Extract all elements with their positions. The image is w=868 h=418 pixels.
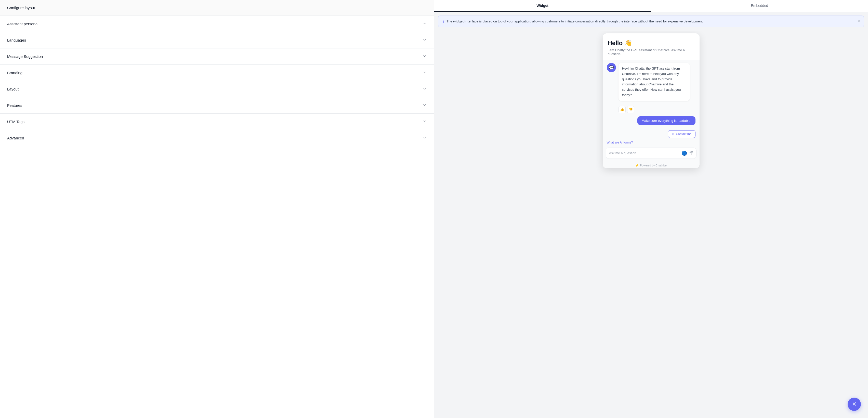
chevron-down-icon bbox=[423, 54, 427, 59]
chevron-down-icon bbox=[423, 22, 427, 26]
chat-greeting: Hello 👋 bbox=[608, 39, 694, 47]
chathive-logo-icon: 🔵 bbox=[681, 150, 687, 156]
tab-widget[interactable]: Widget bbox=[434, 0, 651, 12]
accordion-label-branding: Branding bbox=[7, 70, 23, 75]
chevron-down-icon bbox=[423, 119, 427, 124]
accordion-item-configure-layout[interactable]: Configure layout bbox=[0, 0, 434, 16]
powered-by-text: Powered by Chathive bbox=[640, 164, 667, 167]
bot-avatar-icon: 💬 bbox=[609, 65, 614, 70]
tab-bar: Widget Embedded bbox=[434, 0, 868, 12]
info-banner: ℹ The widget interface is placed on top … bbox=[438, 16, 864, 27]
accordion-label-utm-tags: UTM Tags bbox=[7, 120, 25, 124]
chevron-down-icon bbox=[423, 38, 427, 42]
send-button[interactable] bbox=[689, 151, 693, 156]
accordion-label-layout: Layout bbox=[7, 87, 19, 91]
accordion-label-languages: Languages bbox=[7, 38, 26, 42]
close-banner-button[interactable]: ✕ bbox=[857, 18, 861, 23]
info-text-after: is placed on top of your application, al… bbox=[478, 19, 704, 23]
chat-input-area: 🔵 bbox=[603, 146, 700, 162]
powered-by: ⚡ Powered by Chathive bbox=[603, 162, 700, 168]
send-icon bbox=[689, 151, 693, 156]
accordion-label-message-suggestion: Message Suggestion bbox=[7, 54, 43, 59]
user-bubble: Make sure everything is readable. bbox=[638, 116, 695, 125]
right-panel: Widget Embedded ℹ The widget interface i… bbox=[434, 0, 868, 418]
bot-bubble: Hey! I'm Chatty, the GPT assistant from … bbox=[619, 63, 690, 101]
bot-message-row: 💬 Hey! I'm Chatty, the GPT assistant fro… bbox=[607, 63, 695, 101]
chat-subtitle: I am Chatty the GPT assistant of Chathiv… bbox=[608, 48, 694, 56]
info-text: The widget interface is placed on top of… bbox=[446, 19, 704, 24]
accordion-item-utm-tags[interactable]: UTM Tags bbox=[0, 114, 434, 130]
thumbs-up-button[interactable]: 👍 bbox=[619, 106, 626, 113]
info-icon: ℹ bbox=[442, 19, 444, 24]
accordion-item-layout[interactable]: Layout bbox=[0, 81, 434, 97]
info-text-bold: widget interface bbox=[453, 19, 478, 23]
ai-forms-link[interactable]: What are AI forms? bbox=[607, 141, 633, 144]
fab-close-icon: ✕ bbox=[852, 401, 857, 408]
left-panel: Configure layoutAssistant personaLanguag… bbox=[0, 0, 434, 418]
chat-header: Hello 👋 I am Chatty the GPT assistant of… bbox=[603, 33, 700, 60]
preview-area: Hello 👋 I am Chatty the GPT assistant of… bbox=[434, 31, 868, 418]
powered-by-icon: ⚡ bbox=[635, 164, 639, 167]
feedback-icons: 👍 👎 bbox=[619, 106, 695, 113]
tab-embedded[interactable]: Embedded bbox=[651, 0, 868, 12]
bot-avatar: 💬 bbox=[607, 63, 616, 72]
contact-btn-row: ✉ Contact me bbox=[603, 128, 700, 138]
chevron-down-icon bbox=[423, 103, 427, 108]
accordion-item-advanced[interactable]: Advanced bbox=[0, 130, 434, 146]
accordion-item-assistant-persona[interactable]: Assistant persona bbox=[0, 16, 434, 32]
accordion-item-languages[interactable]: Languages bbox=[0, 32, 434, 49]
chat-input-box: 🔵 bbox=[606, 148, 696, 159]
thumbs-down-button[interactable]: 👎 bbox=[627, 106, 634, 113]
accordion-label-advanced: Advanced bbox=[7, 136, 24, 140]
accordion-item-features[interactable]: Features bbox=[0, 97, 434, 114]
info-text-before: The bbox=[446, 19, 453, 23]
ai-forms-hint: What are AI forms? bbox=[603, 138, 700, 146]
chevron-down-icon bbox=[423, 70, 427, 75]
contact-email-icon: ✉ bbox=[672, 132, 674, 136]
accordion-label-assistant-persona: Assistant persona bbox=[7, 22, 37, 26]
accordion-label-configure-layout: Configure layout bbox=[7, 6, 35, 10]
chevron-down-icon bbox=[423, 87, 427, 91]
chat-messages: 💬 Hey! I'm Chatty, the GPT assistant fro… bbox=[603, 60, 700, 128]
chat-widget: Hello 👋 I am Chatty the GPT assistant of… bbox=[603, 33, 700, 168]
fab-close-button[interactable]: ✕ bbox=[847, 398, 861, 411]
user-message-row: Make sure everything is readable. bbox=[607, 116, 695, 125]
greeting-emoji: 👋 bbox=[625, 39, 632, 47]
chevron-down-icon bbox=[423, 136, 427, 141]
accordion-item-branding[interactable]: Branding bbox=[0, 65, 434, 81]
chat-input[interactable] bbox=[609, 151, 679, 155]
accordion-label-features: Features bbox=[7, 103, 22, 108]
greeting-text: Hello bbox=[608, 39, 623, 47]
contact-me-button[interactable]: ✉ Contact me bbox=[668, 130, 695, 138]
accordion-item-message-suggestion[interactable]: Message Suggestion bbox=[0, 49, 434, 65]
contact-btn-label: Contact me bbox=[676, 132, 691, 136]
